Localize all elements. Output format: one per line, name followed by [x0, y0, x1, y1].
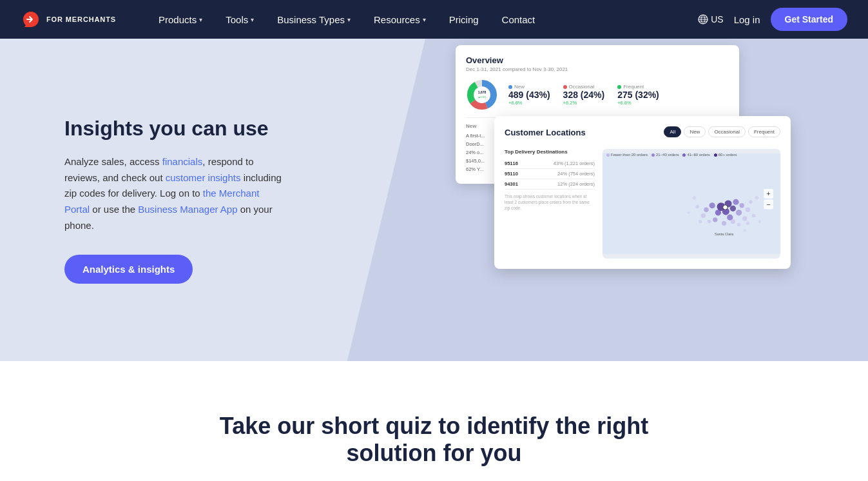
nav-item-tools[interactable]: Tools ▾ [214, 0, 265, 39]
svg-point-27 [695, 205, 699, 209]
doordash-logo-icon [21, 9, 41, 30]
chevron-down-icon: ▾ [423, 16, 426, 23]
stat-new-change: +6.6% [508, 100, 550, 106]
svg-point-23 [746, 208, 750, 212]
tab-frequent[interactable]: Frequent [748, 126, 780, 137]
svg-point-21 [742, 216, 747, 221]
hero-title: Insights you can use [64, 116, 284, 141]
destination-row: 94301 12% (224 orders) [505, 179, 595, 190]
destinations-header: Top Delivery Destinations [505, 149, 595, 155]
locations-card: Customer Locations All New Occasional Fr… [494, 116, 791, 269]
locations-card-title: Customer Locations [505, 128, 586, 137]
svg-rect-7 [603, 153, 780, 254]
quiz-section: Take our short quiz to identify the righ… [0, 361, 868, 481]
business-manager-link[interactable]: Business Manager App [138, 204, 237, 215]
overview-card-subtitle: Dec 1-31, 2021 compared to Nov 3-30, 202… [466, 66, 729, 72]
svg-point-29 [752, 214, 756, 218]
map-note: This map shows customer locations when a… [505, 193, 595, 211]
svg-point-14 [709, 202, 715, 208]
nav-item-products[interactable]: Products ▾ [147, 0, 214, 39]
tab-occasional[interactable]: Occasional [708, 126, 746, 137]
locale-selector[interactable]: US [698, 14, 723, 25]
quiz-title: Take our short quiz to identify the righ… [209, 413, 660, 467]
nav-item-resources[interactable]: Resources ▾ [362, 0, 438, 39]
svg-point-30 [699, 220, 702, 224]
stat-freq-value: 275 (32%) [617, 90, 659, 100]
financials-link[interactable]: financials [162, 156, 203, 167]
location-body: Top Delivery Destinations 95116 43% (1,2… [505, 149, 780, 259]
svg-text:−: − [766, 201, 770, 208]
stat-group: New 489 (43%) +6.6% Occasional 328 (24%)… [508, 84, 659, 106]
hero-description: Analyze sales, access financials, respon… [64, 154, 284, 234]
svg-text:+: + [766, 190, 770, 197]
nav-brand-text: FOR MERCHANTS [46, 15, 116, 23]
destination-row: 95110 24% (754 orders) [505, 169, 595, 179]
stat-occasional: Occasional 328 (24%) +6.2% [563, 84, 605, 106]
chevron-down-icon: ▾ [199, 16, 202, 23]
nav-links: Products ▾ Tools ▾ Business Types ▾ Reso… [147, 0, 698, 39]
svg-point-16 [736, 210, 742, 215]
nav-item-business-types[interactable]: Business Types ▾ [265, 0, 362, 39]
svg-point-36 [744, 229, 747, 232]
chevron-down-icon: ▾ [251, 16, 254, 23]
overview-card-title: Overview [466, 55, 729, 65]
stat-occ-value: 328 (24%) [563, 90, 605, 100]
get-started-button[interactable]: Get Started [771, 8, 847, 31]
svg-text:▲6.8%: ▲6.8% [477, 95, 487, 99]
hero-content: Insights you can use Analyze sales, acce… [0, 64, 335, 335]
svg-point-34 [687, 211, 690, 215]
destination-row: 95116 43% (1,221 orders) [505, 159, 595, 169]
svg-point-28 [737, 222, 741, 226]
svg-point-32 [693, 196, 697, 200]
svg-point-22 [701, 213, 706, 218]
location-tabs: All New Occasional Frequent [664, 126, 780, 137]
donut-chart: 1,678 ▲6.8% [466, 79, 498, 111]
login-link[interactable]: Log in [734, 14, 760, 25]
svg-point-19 [704, 208, 708, 212]
overview-stats: 1,678 ▲6.8% New 489 (43%) +6.6% [466, 79, 729, 111]
map-svg: + − Santa Clara [603, 149, 780, 259]
svg-point-17 [713, 217, 717, 222]
tab-all[interactable]: All [664, 126, 681, 137]
svg-point-20 [722, 221, 726, 226]
svg-point-25 [708, 220, 711, 224]
map-area: Fewer than 20 orders 21–40 orders 41–60 … [603, 149, 780, 259]
svg-point-12 [715, 210, 721, 215]
navbar: FOR MERCHANTS Products ▾ Tools ▾ Busines… [0, 0, 868, 39]
stat-freq-change: +6.8% [617, 100, 659, 106]
stat-new-value: 489 (43%) [508, 90, 550, 100]
svg-point-35 [758, 220, 762, 223]
chevron-down-icon: ▾ [347, 16, 351, 23]
map-legend: Fewer than 20 orders 21–40 orders 41–60 … [606, 153, 737, 157]
nav-right: US Log in Get Started [698, 8, 847, 31]
svg-point-24 [731, 219, 735, 224]
customer-insights-link[interactable]: customer insights [166, 172, 241, 183]
svg-point-31 [746, 222, 750, 226]
nav-logo[interactable]: FOR MERCHANTS [21, 9, 116, 30]
globe-icon [698, 14, 708, 25]
svg-point-41 [723, 205, 728, 210]
nav-item-pricing[interactable]: Pricing [438, 0, 490, 39]
svg-point-26 [749, 200, 753, 204]
stat-total: New 489 (43%) +6.6% [508, 84, 550, 106]
hero-visuals: Overview Dec 1-31, 2021 compared to Nov … [456, 45, 868, 355]
svg-text:1,678: 1,678 [478, 90, 487, 94]
svg-point-18 [740, 203, 744, 208]
stat-frequent: Frequent 275 (32%) +6.8% [617, 84, 659, 106]
destinations-list: Top Delivery Destinations 95116 43% (1,2… [505, 149, 595, 259]
hero-section: Insights you can use Analyze sales, acce… [0, 39, 868, 361]
nav-item-contact[interactable]: Contact [490, 0, 547, 39]
analytics-insights-button[interactable]: Analytics & insights [64, 255, 193, 284]
tab-new[interactable]: New [684, 126, 706, 137]
svg-point-13 [733, 199, 738, 205]
svg-text:Santa Clara: Santa Clara [715, 232, 734, 236]
stat-occ-change: +6.2% [563, 100, 605, 106]
svg-point-33 [755, 196, 758, 200]
svg-point-11 [730, 206, 736, 211]
